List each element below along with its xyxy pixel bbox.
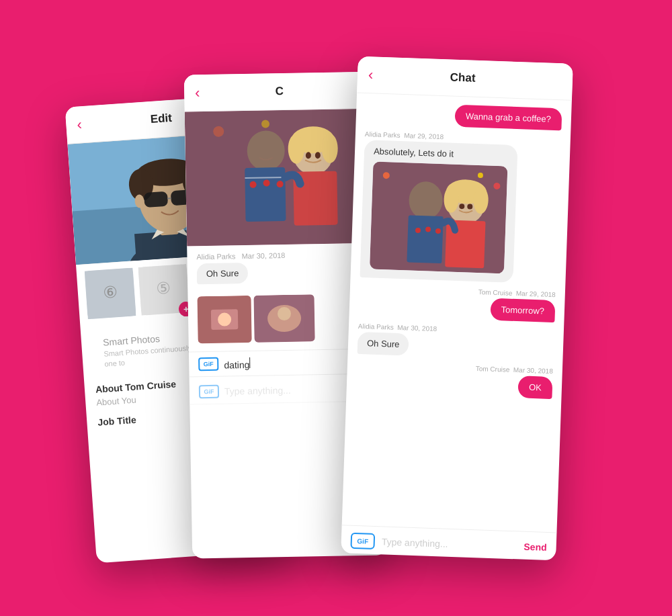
chat-image	[370, 161, 507, 273]
chatlist-header: ‹ C	[184, 71, 380, 112]
message-2-bubble: Absolutely, Lets do it	[360, 140, 518, 283]
gif-button-2[interactable]: GiF	[199, 384, 219, 398]
type-anything-placeholder: Type anything...	[224, 384, 291, 396]
svg-rect-29	[245, 167, 286, 221]
chatlist-meta-1: Alidia Parks Mar 30, 2018	[196, 249, 372, 261]
chat-send-button[interactable]: Send	[523, 541, 547, 552]
message-4-meta: Alidia Parks Mar 30, 2018	[358, 322, 437, 332]
message-3-meta: Tom Cruise Mar 29, 2018	[478, 288, 556, 298]
chat-body: Wanna grab a coffee? Alidia Parks Mar 29…	[341, 93, 572, 560]
chat-title: Chat	[380, 68, 546, 87]
message-5-bubble: OK	[518, 376, 553, 399]
message-1-bubble: Wanna grab a coffee?	[454, 104, 562, 130]
chat-messages-scroll: Wanna grab a coffee? Alidia Parks Mar 29…	[342, 93, 572, 532]
photo-thumb-1[interactable]: ⑥	[85, 267, 136, 319]
chat-back-button[interactable]: ‹	[368, 66, 374, 83]
grid-photo-2	[253, 294, 314, 343]
chatlist-title: C	[206, 83, 352, 99]
chat-gif-button[interactable]: GiF	[350, 532, 375, 549]
chat-screen: ‹ Chat Wanna grab a coffee? Alidia Parks…	[341, 56, 573, 560]
message-4-bubble: Oh Sure	[358, 331, 410, 355]
grid-photo-1	[197, 295, 251, 343]
search-text-value: dating	[224, 359, 249, 370]
svg-text:⑤: ⑤	[156, 278, 172, 297]
svg-rect-11	[144, 191, 168, 207]
message-4-row: Alidia Parks Mar 30, 2018 Oh Sure	[358, 322, 554, 360]
edit-back-button[interactable]: ‹	[77, 116, 83, 133]
message-1-row: Wanna grab a coffee?	[366, 101, 562, 130]
search-input[interactable]: dating	[224, 355, 351, 369]
message-2-meta: Alidia Parks Mar 29, 2018	[365, 130, 444, 140]
chat-type-placeholder[interactable]: Type anything...	[382, 536, 519, 552]
message-2-row: Alidia Parks Mar 29, 2018 Absolutely, Le…	[360, 130, 561, 284]
gif-button[interactable]: GiF	[198, 357, 218, 371]
svg-rect-49	[407, 215, 443, 263]
chatlist-back-button[interactable]: ‹	[195, 84, 200, 101]
photo-thumb-2[interactable]: ⑤ +	[138, 263, 190, 315]
svg-text:⑥: ⑥	[102, 282, 118, 301]
message-5-row: Tom Cruise Mar 30, 2018 OK	[356, 360, 553, 398]
message-3-row: Tom Cruise Mar 29, 2018 Tomorrow?	[359, 283, 556, 322]
message-5-meta: Tom Cruise Mar 30, 2018	[476, 365, 553, 375]
chatlist-bubble-1: Oh Sure	[197, 262, 249, 283]
screens-container: ‹ Edit	[81, 46, 591, 570]
message-3-bubble: Tomorrow?	[490, 298, 555, 322]
